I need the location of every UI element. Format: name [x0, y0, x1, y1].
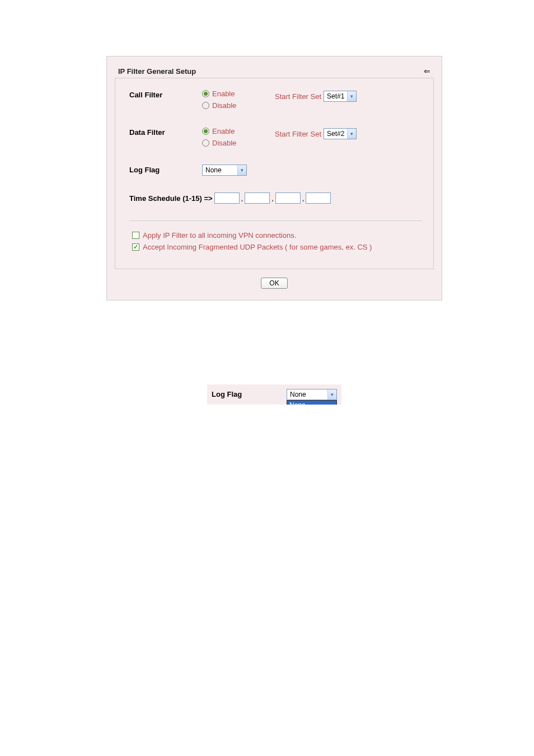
call-filter-row: Call Filter Enable Disable Start Filter …	[129, 90, 422, 113]
separator: ,	[302, 194, 305, 203]
separator: ,	[241, 194, 243, 203]
chevron-down-icon: ▾	[237, 165, 246, 175]
time-schedule-input-4[interactable]	[306, 192, 331, 204]
call-filter-enable-option[interactable]: Enable	[202, 90, 275, 98]
radio-selected-icon	[202, 90, 209, 97]
select-value: None	[287, 391, 327, 398]
log-flag-select-open[interactable]: None ▾	[287, 389, 337, 400]
checkbox-checked-icon	[132, 243, 139, 251]
start-filter-set-label: Start Filter Set	[275, 92, 321, 101]
enable-label: Enable	[212, 90, 235, 98]
call-filter-label: Call Filter	[129, 90, 202, 99]
data-filter-start: Start Filter Set Set#2 ▾	[275, 127, 357, 139]
data-filter-enable-option[interactable]: Enable	[202, 127, 275, 135]
select-value: Set#1	[324, 92, 347, 100]
vpn-filter-checkbox-row[interactable]: Apply IP Filter to all incoming VPN conn…	[132, 231, 422, 240]
data-filter-label: Data Filter	[129, 127, 202, 137]
radio-unselected-icon	[202, 139, 209, 147]
radio-selected-icon	[202, 128, 209, 135]
call-filter-start-select[interactable]: Set#1 ▾	[324, 91, 357, 102]
title-row: IP Filter General Setup ⇐	[118, 67, 430, 76]
log-flag-dropdown-example: Log Flag None ▾ None Pass Block NoMatch	[207, 384, 341, 405]
button-row: OK	[113, 278, 436, 289]
udp-accept-label: Accept Incoming Fragmented UDP Packets (…	[143, 243, 372, 251]
log-flag-row: Log Flag None ▾	[129, 165, 422, 176]
panel-title: IP Filter General Setup	[118, 67, 196, 76]
data-filter-row: Data Filter Enable Disable Start Filter …	[129, 127, 422, 151]
time-schedule-input-3[interactable]	[275, 192, 301, 204]
call-filter-start: Start Filter Set Set#1 ▾	[275, 90, 357, 102]
chevron-down-icon: ▾	[327, 389, 336, 400]
log-flag-select[interactable]: None ▾	[202, 165, 247, 176]
divider	[129, 220, 422, 221]
call-filter-radios: Enable Disable	[202, 90, 275, 113]
data-filter-start-select[interactable]: Set#2 ▾	[324, 128, 357, 139]
start-filter-set-label: Start Filter Set	[275, 130, 321, 138]
time-schedule-input-1[interactable]	[214, 192, 240, 204]
vpn-filter-label: Apply IP Filter to all incoming VPN conn…	[143, 231, 296, 240]
enable-label: Enable	[212, 127, 235, 135]
select-value: None	[203, 166, 237, 174]
log-flag-dropdown: None ▾ None Pass Block NoMatch	[287, 389, 337, 400]
log-flag-options-list: None Pass Block NoMatch	[287, 400, 337, 405]
disable-label: Disable	[212, 101, 236, 110]
ip-filter-panel: IP Filter General Setup ⇐ Call Filter En…	[106, 56, 442, 300]
select-value: Set#2	[324, 130, 347, 138]
time-schedule-row: Time Schedule (1-15) => , , ,	[129, 192, 422, 204]
ok-button[interactable]: OK	[261, 278, 287, 289]
time-schedule-input-2[interactable]	[245, 192, 270, 204]
data-filter-radios: Enable Disable	[202, 127, 275, 151]
disable-label: Disable	[212, 139, 236, 147]
log-flag-label: Log Flag	[129, 165, 202, 174]
log-flag-option-none[interactable]: None	[287, 401, 336, 405]
data-filter-disable-option[interactable]: Disable	[202, 139, 275, 147]
call-filter-disable-option[interactable]: Disable	[202, 101, 275, 110]
back-arrow-icon[interactable]: ⇐	[424, 67, 430, 76]
checkbox-unchecked-icon	[132, 232, 139, 239]
time-schedule-label: Time Schedule (1-15) =>	[129, 194, 213, 203]
chevron-down-icon: ▾	[347, 91, 356, 101]
udp-accept-checkbox-row[interactable]: Accept Incoming Fragmented UDP Packets (…	[132, 243, 422, 251]
chevron-down-icon: ▾	[347, 129, 356, 139]
log-flag-label-2: Log Flag	[212, 389, 287, 398]
separator: ,	[271, 194, 274, 203]
radio-unselected-icon	[202, 102, 209, 109]
settings-box: Call Filter Enable Disable Start Filter …	[115, 78, 434, 269]
